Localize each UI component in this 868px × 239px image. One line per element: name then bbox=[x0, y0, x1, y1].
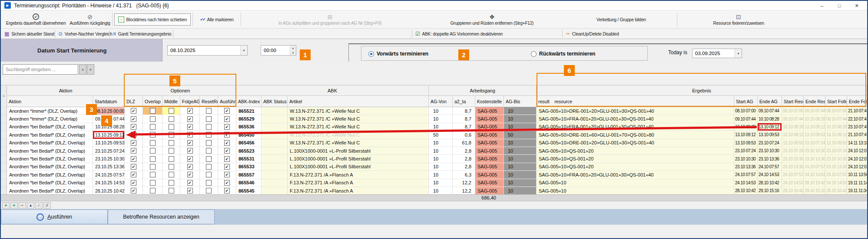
cell-eag[interactable]: 23.10 07:24 bbox=[758, 139, 782, 147]
cell-ere[interactable]: 23.10 10:30 bbox=[804, 147, 825, 155]
blocktimes-button[interactable]: ↑ Blocktimes nach hinten schieben bbox=[114, 13, 191, 26]
cell-folgeag[interactable] bbox=[180, 107, 200, 115]
cell-ere[interactable]: 28.10 10:42 bbox=[804, 179, 825, 187]
cell-folgeag[interactable] bbox=[180, 163, 200, 171]
checkbox-dlz[interactable] bbox=[131, 140, 136, 146]
cell-bis[interactable]: 50 bbox=[504, 131, 537, 139]
cell-ks[interactable]: SAG-005 bbox=[475, 107, 504, 115]
today-date-picker[interactable]: 03.09.2025 ▾ bbox=[692, 49, 742, 58]
cell-sre[interactable]: 13.10 09:12 bbox=[782, 131, 804, 139]
checkbox-dlz[interactable] bbox=[131, 108, 136, 114]
cell-efo[interactable]: 24.10 12:01 bbox=[847, 163, 867, 171]
checkbox-ausfuehre[interactable] bbox=[224, 188, 230, 193]
cell-ausfuehre[interactable] bbox=[218, 163, 236, 171]
cell-ks[interactable]: SAG-005 bbox=[475, 187, 504, 195]
row-indicator[interactable] bbox=[1, 107, 7, 115]
cell-sd[interactable]: 13.10.25 09:53 bbox=[93, 139, 125, 147]
cell-dlz[interactable] bbox=[125, 115, 143, 123]
column-header-dlz[interactable]: DLZ bbox=[125, 96, 143, 107]
cell-efo[interactable]: 14.11 13:18 bbox=[847, 139, 867, 147]
cell-von[interactable]: 10 bbox=[429, 163, 453, 171]
cell-ks[interactable]: SAG-005 bbox=[475, 115, 504, 123]
cell-res[interactable]: SAG-005»10 bbox=[537, 187, 734, 195]
cell-aktion[interactable]: Anordnen *bei Bedarf* (DLZ, Overlap) bbox=[7, 155, 93, 163]
cell-idx[interactable]: 865529 bbox=[236, 115, 262, 123]
checkbox-middle[interactable] bbox=[169, 116, 174, 122]
column-header-idx[interactable]: ABK-Index bbox=[236, 96, 262, 107]
cell-bis[interactable]: 10 bbox=[504, 171, 537, 179]
cell-efo[interactable]: 24.10 12:01 bbox=[847, 147, 867, 155]
cell-folgeag[interactable] bbox=[180, 139, 200, 147]
cell-ausfuehre[interactable] bbox=[218, 139, 236, 147]
cell-bis[interactable]: 10 bbox=[504, 163, 537, 171]
rueckgaengig-button[interactable]: ⊘ Ausführen rückgängig bbox=[69, 11, 111, 28]
cell-sre[interactable]: 23.10 10:30 bbox=[782, 155, 804, 163]
cell-ere[interactable]: 10.10 08:28 bbox=[804, 115, 825, 123]
cell-ta[interactable]: 8,7 bbox=[453, 107, 475, 115]
cell-ere[interactable]: 23.10 07:24 bbox=[804, 139, 825, 147]
checkbox-folgeag[interactable] bbox=[187, 108, 193, 114]
cell-sd[interactable]: 24.10.25 07:57 bbox=[93, 171, 125, 179]
minimize-button[interactable]: – bbox=[813, 1, 831, 10]
cell-von[interactable]: 10 bbox=[429, 139, 453, 147]
checkbox-ausfuehre[interactable] bbox=[224, 132, 230, 138]
cell-art[interactable]: W.13.N-272.371 /C »Welle Nut C bbox=[288, 139, 429, 147]
cell-idx[interactable]: 865450 bbox=[236, 131, 262, 139]
column-header-res[interactable]: result resource bbox=[537, 96, 734, 107]
checkbox-overlap[interactable] bbox=[150, 124, 156, 130]
cell-eag[interactable]: 23.10 13:36 bbox=[758, 155, 782, 163]
cell-resetres[interactable] bbox=[200, 171, 218, 179]
cell-idx[interactable]: 865546 bbox=[236, 179, 262, 187]
cell-ere[interactable]: 24.10 14:53 bbox=[804, 171, 825, 179]
cell-res[interactable]: SAG-005»10>FRA-001»20>GLU-001»30>QS-001»… bbox=[537, 115, 734, 123]
cell-eag[interactable]: 10.10 08:28 bbox=[758, 115, 782, 123]
cell-sfo[interactable]: 28.10 10:42 bbox=[825, 187, 847, 195]
row-indicator[interactable] bbox=[1, 179, 7, 187]
cell-efo[interactable]: 21.10 07:44 bbox=[847, 107, 867, 115]
cell-sfo[interactable]: 13.10 09:12 bbox=[825, 131, 847, 139]
cell-folgeag[interactable] bbox=[180, 123, 200, 131]
cell-res[interactable]: SAG-005»10>DRE-001»20>GLU-001»30>QS-001»… bbox=[537, 139, 734, 147]
cell-sag[interactable]: 13.10 09:12 bbox=[734, 131, 758, 139]
column-chooser-icon[interactable]: ≡ bbox=[1, 85, 7, 107]
sichern-button[interactable]: ▦ Sichern aktueller Stand bbox=[4, 29, 54, 38]
column-header-ta[interactable]: a2_ta bbox=[453, 96, 475, 107]
cell-folgeag[interactable] bbox=[180, 179, 200, 187]
cell-ere[interactable]: 13.10 09:12 bbox=[804, 123, 825, 131]
checkbox-ausfuehre[interactable] bbox=[224, 156, 230, 162]
cell-resetres[interactable] bbox=[200, 187, 218, 195]
column-header-bis[interactable]: AG-Bis bbox=[504, 96, 537, 107]
delete-row-button[interactable]: − bbox=[19, 202, 26, 209]
cell-idx[interactable]: 865545 bbox=[236, 187, 262, 195]
row-indicator[interactable] bbox=[1, 163, 7, 171]
column-header-folgeag[interactable]: FolgeAG E bbox=[180, 96, 200, 107]
cell-ta[interactable]: 8,7 bbox=[453, 123, 475, 131]
checkbox-folgeag[interactable] bbox=[187, 116, 193, 122]
cell-ausfuehre[interactable] bbox=[218, 171, 236, 179]
cell-middle[interactable] bbox=[162, 179, 180, 187]
cell-res[interactable]: SAG-005»10>QS-001»20 bbox=[537, 147, 734, 155]
cell-st[interactable] bbox=[262, 163, 288, 171]
cell-aktion[interactable]: Anordnen *bei Bedarf* (DLZ, Overlap) bbox=[7, 131, 93, 139]
cell-middle[interactable] bbox=[162, 107, 180, 115]
verkettung-button[interactable]: Verkettung / Gruppe bilden bbox=[568, 11, 674, 28]
cell-ks[interactable]: SAG-005 bbox=[475, 179, 504, 187]
checkbox-resetres[interactable] bbox=[206, 116, 212, 122]
cell-sag[interactable]: 23.10 10:30 bbox=[734, 155, 758, 163]
cell-efo[interactable]: 23.10 07:44 bbox=[847, 123, 867, 131]
cell-ausfuehre[interactable] bbox=[218, 179, 236, 187]
checkbox-dlz[interactable] bbox=[131, 188, 136, 193]
radio-unselected-icon[interactable] bbox=[531, 51, 537, 57]
row-indicator[interactable] bbox=[1, 139, 7, 147]
cell-folgeag[interactable] bbox=[180, 171, 200, 179]
cell-idx[interactable]: 865456 bbox=[236, 139, 262, 147]
cell-sag[interactable]: 10.10 08:28 bbox=[734, 123, 758, 131]
move-up-button[interactable]: ▲ bbox=[27, 202, 34, 209]
cell-middle[interactable] bbox=[162, 139, 180, 147]
checkbox-middle[interactable] bbox=[169, 124, 174, 130]
cell-sre[interactable]: 13.10 09:53 bbox=[782, 139, 804, 147]
cell-efo[interactable]: 10.11 13:56 bbox=[847, 171, 867, 179]
checkbox-folgeag[interactable] bbox=[187, 156, 193, 162]
search-input[interactable] bbox=[3, 64, 78, 75]
cell-efo[interactable]: 24.10 12:01 bbox=[847, 155, 867, 163]
